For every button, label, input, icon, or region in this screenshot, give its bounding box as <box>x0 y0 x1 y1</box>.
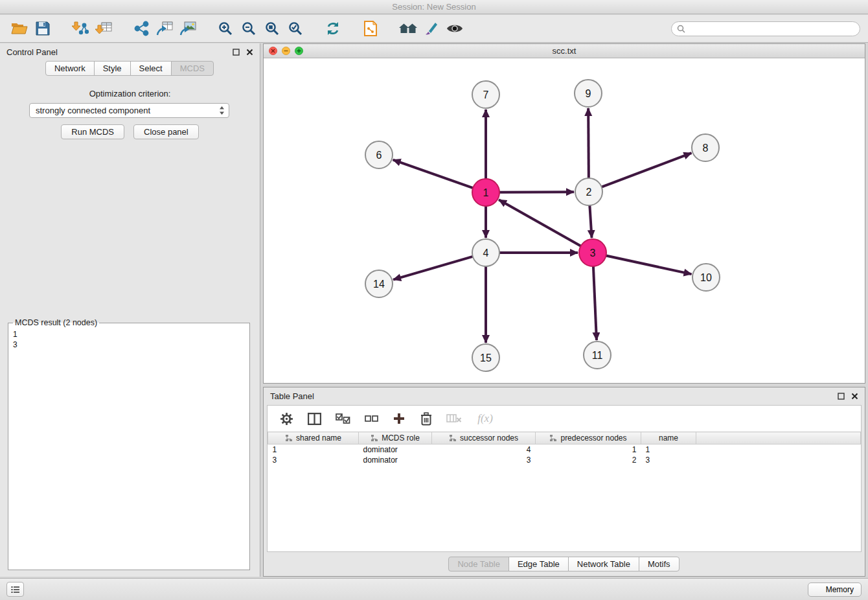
network-file-button[interactable] <box>359 17 382 40</box>
zoom-selected-button[interactable] <box>284 17 307 40</box>
graph-node-1[interactable]: 1 <box>472 179 499 206</box>
minimize-glyph-icon <box>284 49 288 53</box>
function-builder-button[interactable]: f(x) <box>474 408 496 430</box>
zoom-out-button[interactable] <box>237 17 260 40</box>
graph-edge-2-8[interactable] <box>602 153 692 187</box>
graph-node-7[interactable]: 7 <box>472 81 499 108</box>
column-header-mcds-role[interactable]: MCDS role <box>359 432 432 444</box>
graph-node-2[interactable]: 2 <box>575 178 602 205</box>
select-all-columns-button[interactable] <box>334 408 352 430</box>
task-history-button[interactable] <box>6 582 24 597</box>
tab-motifs[interactable]: Motifs <box>639 557 680 571</box>
export-image-button[interactable] <box>176 17 200 40</box>
graph-node-4[interactable]: 4 <box>472 239 499 266</box>
svg-text:8: 8 <box>703 143 709 154</box>
search-input[interactable] <box>689 24 854 33</box>
refresh-view-button[interactable] <box>321 17 345 40</box>
search-field[interactable] <box>671 21 860 36</box>
close-panel-button[interactable]: Close panel <box>133 124 199 139</box>
import-table-button[interactable] <box>92 17 115 40</box>
tab-mcds[interactable]: MCDS <box>171 61 214 76</box>
style-paint-button[interactable] <box>420 17 443 40</box>
graph-edge-3-1[interactable] <box>499 200 581 246</box>
save-session-button[interactable] <box>31 17 54 40</box>
graph-node-6[interactable]: 6 <box>365 141 393 168</box>
table-panel-content: f(x) shared name MCDS role successor nod… <box>267 405 862 552</box>
graph-node-11[interactable]: 11 <box>584 341 611 369</box>
graph-node-9[interactable]: 9 <box>575 80 602 107</box>
main-toolbar <box>0 15 868 43</box>
control-panel: Control Panel Network Style Select MCDS … <box>0 43 260 577</box>
open-session-button[interactable] <box>8 17 31 40</box>
column-header-predecessor-nodes[interactable]: predecessor nodes <box>536 432 641 444</box>
tab-network[interactable]: Network <box>45 61 95 76</box>
table-panel: Table Panel <box>263 387 865 577</box>
svg-text:9: 9 <box>586 88 591 99</box>
sort-hierarchy-icon <box>371 434 378 442</box>
close-glyph-icon <box>271 49 275 53</box>
import-network-button[interactable] <box>69 17 92 40</box>
svg-text:2: 2 <box>586 187 592 198</box>
graph-node-14[interactable]: 14 <box>365 270 393 297</box>
float-panel-icon[interactable] <box>233 49 240 56</box>
memory-button[interactable]: Memory <box>808 583 862 597</box>
network-canvas[interactable]: 7968124314101511 <box>264 58 865 383</box>
graph-edge-3-11[interactable] <box>593 266 597 340</box>
table-settings-button[interactable] <box>278 408 295 430</box>
zoom-in-button[interactable] <box>214 17 237 40</box>
graph-edge-3-10[interactable] <box>606 255 692 274</box>
zoom-window-button[interactable] <box>295 47 303 55</box>
run-mcds-button[interactable]: Run MCDS <box>61 124 124 139</box>
graph-edge-2-3[interactable] <box>589 205 591 238</box>
import-table-icon <box>95 21 112 36</box>
tab-select[interactable]: Select <box>130 61 172 76</box>
float-table-panel-icon[interactable] <box>838 393 845 400</box>
column-header-shared-name[interactable]: shared name <box>268 432 359 444</box>
table-row[interactable]: 3dominator323 <box>268 455 861 465</box>
show-hide-button[interactable] <box>443 17 466 40</box>
tab-network-table[interactable]: Network Table <box>568 557 639 571</box>
plus-icon <box>393 412 405 425</box>
delete-columns-button[interactable] <box>445 408 463 430</box>
close-window-button[interactable] <box>269 47 277 55</box>
first-neighbors-button[interactable] <box>396 17 420 40</box>
node-table-body: 1dominator4113dominator323 <box>268 444 861 465</box>
close-panel-icon[interactable] <box>246 49 253 56</box>
open-folder-icon <box>11 21 28 36</box>
graph-edge-4-14[interactable] <box>393 257 473 280</box>
graph-edge-2-9[interactable] <box>588 108 589 178</box>
node-table: shared name MCDS role successor nodes pr… <box>268 432 861 465</box>
export-table-button[interactable] <box>153 17 176 40</box>
column-header-successor-nodes[interactable]: successor nodes <box>432 432 536 444</box>
close-table-panel-icon[interactable] <box>851 393 858 400</box>
deselect-all-icon <box>365 415 378 423</box>
graph-edge-1-6[interactable] <box>393 160 473 188</box>
tab-edge-table[interactable]: Edge Table <box>508 557 569 571</box>
svg-text:11: 11 <box>592 350 603 361</box>
mcds-result-box: MCDS result (2 nodes) 1 3 <box>8 318 250 570</box>
graph-node-8[interactable]: 8 <box>692 134 719 161</box>
network-view-title: scc.txt <box>553 46 577 56</box>
search-icon <box>677 25 685 33</box>
graph-node-10[interactable]: 10 <box>692 264 720 291</box>
delete-rows-button[interactable] <box>418 408 434 430</box>
add-row-button[interactable] <box>391 408 407 430</box>
tab-node-table[interactable]: Node Table <box>448 557 509 571</box>
memory-status-dot <box>816 586 822 593</box>
column-header-name[interactable]: name <box>641 432 696 444</box>
zoom-fit-button[interactable] <box>260 17 284 40</box>
table-row[interactable]: 1dominator411 <box>268 444 861 455</box>
deselect-all-columns-button[interactable] <box>363 408 380 430</box>
optimization-criterion-select[interactable]: strongly connected component <box>29 103 229 118</box>
tab-style[interactable]: Style <box>94 61 131 76</box>
status-bar: Memory <box>0 578 868 600</box>
zoom-out-icon <box>241 21 257 36</box>
graph-node-15[interactable]: 15 <box>472 344 499 371</box>
graph-node-3[interactable]: 3 <box>579 239 606 266</box>
import-network-icon <box>72 21 89 36</box>
toggle-columns-button[interactable] <box>306 408 323 430</box>
memory-label: Memory <box>826 585 854 594</box>
new-network-button[interactable] <box>130 17 153 40</box>
graph-edge-1-2[interactable] <box>499 192 574 192</box>
minimize-window-button[interactable] <box>282 47 290 55</box>
